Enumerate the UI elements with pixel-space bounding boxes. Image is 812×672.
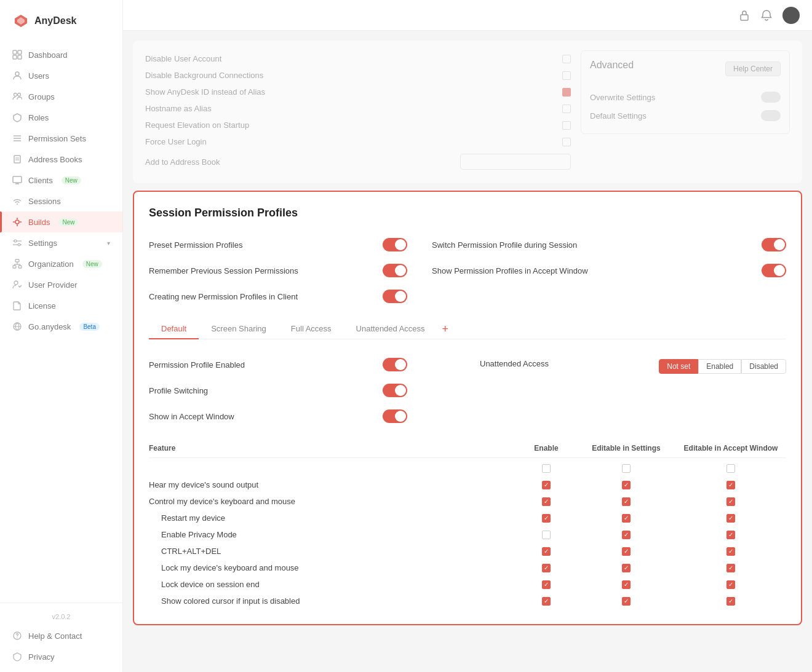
sidebar-item-address-books[interactable]: Address Books [0, 149, 122, 170]
sidebar-item-privacy[interactable]: Privacy [0, 646, 122, 667]
ua-not-set-button[interactable]: Not set [659, 359, 698, 374]
show-accept-window-label: Show in Accept Window [149, 412, 383, 421]
faded-checkbox-0[interactable] [562, 55, 571, 63]
feature-5-enable-cb[interactable] [542, 564, 551, 572]
ua-disabled-button[interactable]: Disabled [741, 359, 786, 374]
feature-6-edit-settings-cb[interactable] [622, 580, 631, 589]
lock-icon[interactable] [738, 9, 750, 22]
faded-label-1: Disable Background Connections [145, 71, 263, 80]
feature-row-3: Enable Privacy Mode [149, 526, 786, 543]
feature-6-enable-cb[interactable] [542, 580, 551, 589]
profile-switching-toggle[interactable] [383, 384, 407, 397]
tab-default[interactable]: Default [149, 319, 199, 339]
svg-rect-40 [741, 15, 748, 20]
faded-adv-toggle-1[interactable] [761, 110, 781, 121]
faded-checkbox-2[interactable] [562, 88, 571, 97]
tab-unattended-access[interactable]: Unattended Access [344, 319, 437, 339]
header-edit-settings-checkbox[interactable] [622, 464, 631, 473]
feature-3-edit-accept-cb[interactable] [726, 531, 735, 539]
sidebar-item-permission-sets[interactable]: Permission Sets [0, 128, 122, 149]
creating-profiles-toggle[interactable] [383, 290, 407, 303]
faded-checkbox-4[interactable] [562, 121, 571, 130]
profile-enabled-toggle[interactable] [383, 358, 407, 371]
feature-name-3: Enable Privacy Mode [149, 530, 515, 539]
feature-2-edit-settings-cb[interactable] [622, 514, 631, 523]
show-accept-window-toggle-area [383, 409, 432, 423]
feature-6-edit-accept-cb[interactable] [726, 580, 735, 589]
sidebar-item-settings[interactable]: Settings ▾ [0, 232, 122, 253]
sidebar-item-dashboard[interactable]: Dashboard [0, 44, 122, 65]
tab-full-access[interactable]: Full Access [279, 319, 344, 339]
feature-3-enable-cb[interactable] [542, 531, 551, 539]
switch-profile-toggle[interactable] [762, 238, 786, 251]
faded-left-panel: Disable User Account Disable Background … [145, 50, 571, 173]
feature-2-edit-accept-cb[interactable] [726, 514, 735, 523]
remember-permissions-toggle[interactable] [383, 264, 407, 277]
sidebar-label-privacy: Privacy [28, 652, 55, 662]
sidebar-item-help-contact[interactable]: Help & Contact [0, 625, 122, 646]
builds-icon [12, 217, 22, 227]
sidebar-label-permission-sets: Permission Sets [28, 134, 86, 143]
faded-checkbox-1[interactable] [562, 71, 571, 80]
svg-point-26 [14, 240, 17, 242]
faded-label-5: Force User Login [145, 137, 207, 146]
feature-7-edit-accept-cb[interactable] [726, 597, 735, 606]
feature-0-edit-accept-cb[interactable] [726, 481, 735, 489]
faded-checkbox-5[interactable] [562, 138, 571, 146]
tab-add-button[interactable]: + [437, 320, 454, 338]
show-accept-window-toggle[interactable] [383, 409, 407, 423]
help-center-button[interactable]: Help Center [725, 61, 781, 76]
sidebar-item-organization[interactable]: Organization New [0, 253, 122, 274]
feature-row-6: Lock device on session end [149, 576, 786, 593]
faded-dropdown-6[interactable] [460, 154, 571, 170]
sidebar-item-clients[interactable]: Clients New [0, 170, 122, 191]
sidebar-label-groups: Groups [28, 92, 55, 101]
sidebar-item-builds[interactable]: Builds New [0, 211, 122, 232]
feature-5-edit-accept-cb[interactable] [726, 564, 735, 572]
sidebar-label-help-contact: Help & Contact [28, 631, 82, 641]
feature-5-edit-settings-cb[interactable] [622, 564, 631, 572]
feature-7-enable-cb[interactable] [542, 597, 551, 606]
faded-checkbox-3[interactable] [562, 105, 571, 113]
sidebar-item-go-anydesk[interactable]: Go.anydesk Beta [0, 316, 122, 337]
feature-name-1: Control my device's keyboard and mouse [149, 497, 515, 506]
faded-adv-toggle-0[interactable] [761, 92, 781, 103]
creating-profiles-row: Creating new Permission Profiles in Clie… [149, 283, 786, 309]
user-check-icon [12, 280, 22, 290]
feature-4-edit-settings-cb[interactable] [622, 547, 631, 556]
feature-1-enable-cb[interactable] [542, 497, 551, 506]
feature-name-5: Lock my device's keyboard and mouse [149, 563, 515, 572]
feature-3-edit-settings-cb[interactable] [622, 531, 631, 539]
preset-profiles-toggle[interactable] [383, 238, 407, 251]
tab-screen-sharing[interactable]: Screen Sharing [199, 319, 279, 339]
sidebar-item-sessions[interactable]: Sessions [0, 191, 122, 211]
feature-0-edit-settings-cb[interactable] [622, 481, 631, 489]
sidebar-item-roles[interactable]: Roles [0, 107, 122, 128]
feature-2-enable-cb[interactable] [542, 514, 551, 523]
faded-label-3: Hostname as Alias [145, 104, 212, 113]
sidebar-item-groups[interactable]: Groups [0, 86, 122, 107]
svg-point-27 [18, 243, 20, 246]
header-enable-checkbox[interactable] [542, 464, 551, 473]
feature-4-edit-accept-cb[interactable] [726, 547, 735, 556]
header-edit-accept-checkbox[interactable] [726, 464, 735, 473]
svg-rect-30 [18, 266, 22, 268]
list-icon [12, 133, 22, 143]
feature-name-2: Restart my device [149, 513, 515, 523]
sidebar-item-user-provider[interactable]: User Provider [0, 274, 122, 295]
show-profiles-toggle[interactable] [762, 264, 786, 277]
ua-enabled-button[interactable]: Enabled [698, 359, 741, 374]
feature-7-edit-settings-cb[interactable] [622, 597, 631, 606]
sidebar-item-license[interactable]: License [0, 295, 122, 316]
profile-switching-label: Profile Switching [149, 386, 383, 395]
svg-rect-3 [18, 50, 22, 54]
faded-advanced-item-1: Default Settings [590, 106, 781, 125]
feature-1-edit-accept-cb[interactable] [726, 497, 735, 506]
feature-0-enable-cb[interactable] [542, 481, 551, 489]
feature-4-enable-cb[interactable] [542, 547, 551, 556]
sidebar-item-users[interactable]: Users [0, 65, 122, 86]
feature-1-edit-settings-cb[interactable] [622, 497, 631, 506]
svg-point-8 [18, 93, 21, 97]
user-avatar[interactable] [782, 7, 800, 24]
bell-icon[interactable] [760, 9, 773, 22]
